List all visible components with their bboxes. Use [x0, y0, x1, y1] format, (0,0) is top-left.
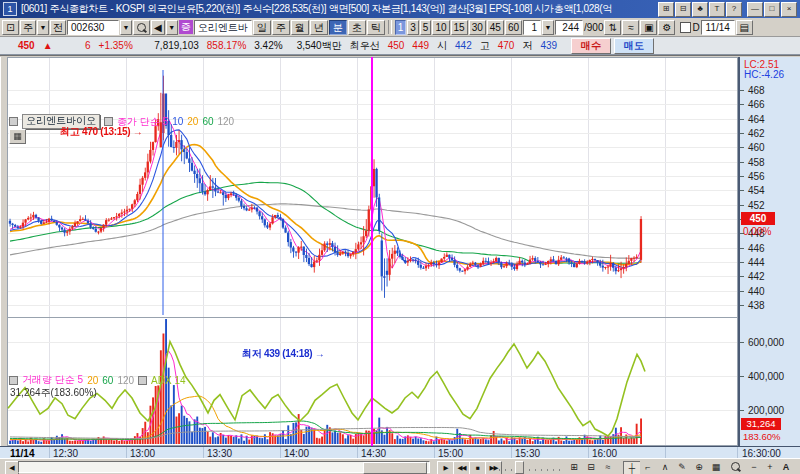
- price-tick-label: 464: [748, 114, 765, 125]
- stock-code-input[interactable]: 002630: [67, 20, 119, 35]
- annotation-session-low: 최저 439 (14:18) →: [242, 347, 324, 361]
- window-new-icon[interactable]: ⊞: [566, 461, 582, 474]
- pin-icon[interactable]: ♣: [692, 2, 708, 17]
- legend-ma60[interactable]: 60: [202, 116, 213, 127]
- scroll-left-icon[interactable]: ◀: [5, 461, 19, 474]
- search-icon[interactable]: [133, 20, 150, 35]
- minute-1-button[interactable]: 1: [395, 20, 407, 35]
- margin-flag-badge: 증: [179, 20, 193, 34]
- legend-volume-ma60[interactable]: 60: [102, 375, 113, 386]
- minute-10-button[interactable]: 10: [432, 20, 449, 35]
- speed-slider[interactable]: [499, 463, 561, 471]
- price-tick-mark: [740, 291, 744, 292]
- price-tick-label: 452: [748, 200, 765, 211]
- zoom-out-button[interactable]: −: [746, 461, 762, 474]
- high-price: 470: [494, 40, 519, 51]
- d-checkbox[interactable]: [680, 22, 691, 33]
- prev-day-button[interactable]: 전: [50, 20, 66, 35]
- sound-icon[interactable]: ◀: [151, 20, 165, 35]
- high-label: 고: [476, 39, 494, 53]
- volume-collapse-handle-icon[interactable]: [9, 376, 18, 385]
- quote-info-bar: 450 ▲ 6 +1.35% 7,819,103 858.17% 3.42% 3…: [0, 37, 800, 55]
- zoom-in-button[interactable]: +: [762, 461, 778, 474]
- link-tool-icon[interactable]: ⊕: [691, 461, 707, 474]
- chart-style-icon[interactable]: ≈: [600, 461, 616, 474]
- scrollbar-thumb[interactable]: [363, 462, 427, 474]
- trendline-tool-icon[interactable]: ⌐: [640, 461, 656, 474]
- gear-icon[interactable]: ⚙: [658, 20, 675, 35]
- rewind-button[interactable]: ◀◀: [453, 461, 470, 474]
- date-input[interactable]: 11/14: [701, 20, 735, 35]
- legend-ma10[interactable]: 10: [172, 116, 183, 127]
- legend-ma20[interactable]: 20: [187, 116, 198, 127]
- maximize-button[interactable]: □: [764, 2, 780, 17]
- price-tick-mark: [740, 104, 744, 105]
- help-icon[interactable]: ?: [726, 2, 742, 17]
- save-icon[interactable]: ▣: [640, 20, 657, 35]
- turnover-percent: 858.17%: [203, 40, 250, 51]
- stock-type-select[interactable]: 주: [20, 20, 36, 35]
- text-tool-button[interactable]: A: [778, 461, 794, 474]
- volume-tick-label: 200,000: [748, 405, 784, 416]
- price-tick-label: 458: [748, 157, 765, 168]
- minimize-button[interactable]: —: [747, 2, 763, 17]
- legend-ma120[interactable]: 120: [218, 116, 235, 127]
- price-tick-mark: [740, 147, 744, 148]
- period-second-button[interactable]: 초: [348, 20, 366, 35]
- minute-15-button[interactable]: 15: [451, 20, 468, 35]
- play-button[interactable]: ▶: [437, 461, 454, 474]
- period-day-button[interactable]: 일: [253, 20, 271, 35]
- current-volume-marker: 31,264: [741, 418, 781, 430]
- popout-icon[interactable]: ⊞: [658, 2, 674, 17]
- minute-45-button[interactable]: 45: [487, 20, 504, 35]
- minute-30-button[interactable]: 30: [469, 20, 486, 35]
- period-year-button[interactable]: 년: [310, 20, 328, 35]
- restore-window-icon[interactable]: ⊡: [2, 20, 19, 35]
- stock-type-arrow-icon[interactable]: ▼: [37, 20, 49, 35]
- best-quote-label: 최우선: [346, 39, 384, 53]
- volume-tick-label: 600,000: [748, 337, 784, 348]
- font-icon[interactable]: T: [709, 2, 725, 17]
- minute-60-button[interactable]: 60: [505, 20, 522, 35]
- volume-tick-mark: [740, 342, 744, 343]
- magnifier-icon[interactable]: [727, 461, 743, 474]
- current-volume-percent: 183.60%: [743, 431, 781, 442]
- chart-tool-chip-icon[interactable]: ▦: [9, 129, 26, 144]
- custom-minute-input[interactable]: 1: [523, 20, 541, 35]
- period-month-button[interactable]: 월: [291, 20, 309, 35]
- legend-volume-ma20[interactable]: 20: [87, 375, 98, 386]
- window-cascade-icon[interactable]: ⊟: [583, 461, 599, 474]
- price-tick-mark: [740, 248, 744, 249]
- minute-buttons: 1351015304560: [395, 20, 522, 35]
- period-minute-button[interactable]: 분: [329, 20, 347, 35]
- period-tick-button[interactable]: 틱: [367, 20, 385, 35]
- pen-tool-icon[interactable]: ✎: [674, 461, 690, 474]
- compare-icon[interactable]: ⇅: [604, 20, 621, 35]
- adx-handle-icon[interactable]: [138, 376, 147, 385]
- line-style-icon[interactable]: ≈: [622, 20, 639, 35]
- minute-3-button[interactable]: 3: [407, 20, 419, 35]
- legend-volume-ma120[interactable]: 120: [117, 375, 134, 386]
- speed-slider-thumb[interactable]: [515, 461, 524, 474]
- minute-5-button[interactable]: 5: [420, 20, 432, 35]
- price-axis[interactable]: LC:2.51 HC:-4.26 46846646446246045845645…: [738, 57, 800, 446]
- dock-icon[interactable]: ⊟: [675, 2, 691, 17]
- legend-volume[interactable]: 거래량 단순 5: [22, 373, 83, 387]
- low-label: 저: [518, 39, 536, 53]
- open-label: 시: [433, 39, 451, 53]
- calendar-icon[interactable]: ▤: [736, 20, 753, 35]
- buy-button[interactable]: 매수: [571, 38, 611, 54]
- period-week-button[interactable]: 주: [272, 20, 290, 35]
- stop-button[interactable]: ■: [469, 461, 486, 474]
- grid-settings-icon[interactable]: ▦: [708, 461, 724, 474]
- sell-button[interactable]: 매도: [614, 38, 654, 54]
- code-dropdown-icon[interactable]: ▼: [120, 20, 132, 35]
- crosshair-tool-icon[interactable]: ┼: [623, 461, 641, 474]
- sound-dropdown-icon[interactable]: ▼: [166, 20, 178, 35]
- legend-adx[interactable]: ADX 14: [151, 375, 185, 386]
- collapse-handle-icon[interactable]: [9, 117, 18, 126]
- chart-scrollbar[interactable]: [18, 461, 430, 473]
- close-button[interactable]: ×: [781, 2, 797, 17]
- custom-minute-arrow-icon[interactable]: ▼: [542, 20, 554, 35]
- angle-tool-icon[interactable]: ∧: [657, 461, 673, 474]
